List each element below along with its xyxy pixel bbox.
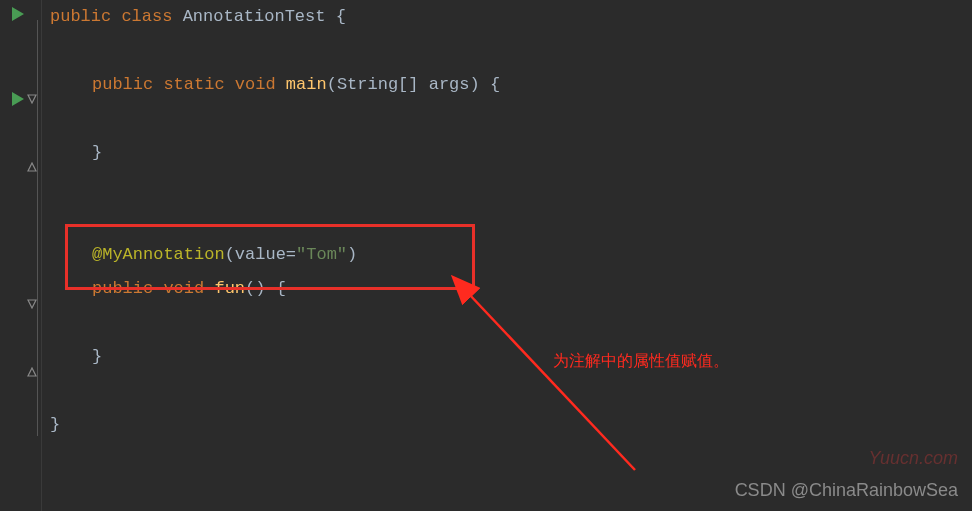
brace: { bbox=[265, 279, 285, 298]
method-name: main bbox=[286, 75, 327, 94]
code-line: } bbox=[50, 340, 972, 374]
keyword: static bbox=[163, 75, 224, 94]
code-line: @MyAnnotation(value="Tom") bbox=[50, 238, 972, 272]
code-line: public class AnnotationTest { bbox=[50, 0, 972, 34]
code-line: public void fun() { bbox=[50, 272, 972, 306]
class-name: AnnotationTest bbox=[183, 7, 326, 26]
code-line-blank bbox=[50, 306, 972, 340]
paren: ( bbox=[327, 75, 337, 94]
keyword: void bbox=[235, 75, 276, 94]
watermark-csdn: CSDN @ChinaRainbowSea bbox=[735, 480, 958, 501]
keyword: public bbox=[50, 7, 111, 26]
code-line-blank bbox=[50, 34, 972, 68]
run-method-icon[interactable] bbox=[12, 92, 24, 111]
parens: () bbox=[245, 279, 265, 298]
run-class-icon[interactable] bbox=[12, 7, 24, 26]
param-name: value bbox=[235, 245, 286, 264]
equals: = bbox=[286, 245, 296, 264]
fold-end-icon[interactable] bbox=[27, 162, 37, 176]
annotation: @MyAnnotation bbox=[92, 245, 225, 264]
paren: ) bbox=[470, 75, 480, 94]
method-name: fun bbox=[214, 279, 245, 298]
brace: { bbox=[325, 7, 345, 26]
svg-marker-0 bbox=[12, 7, 24, 21]
code-line: } bbox=[50, 408, 972, 442]
code-editor: public class AnnotationTest { public sta… bbox=[0, 0, 972, 511]
watermark: Yuucn.com bbox=[869, 448, 958, 469]
brace: } bbox=[50, 415, 60, 434]
param-name: args bbox=[429, 75, 470, 94]
fold-icon-2[interactable] bbox=[27, 299, 37, 313]
annotation-label: 为注解中的属性值赋值。 bbox=[553, 351, 729, 372]
fold-icon[interactable] bbox=[27, 94, 37, 108]
keyword: class bbox=[121, 7, 172, 26]
editor-gutter bbox=[0, 0, 42, 511]
string-literal: "Tom" bbox=[296, 245, 347, 264]
brace: } bbox=[92, 143, 102, 162]
fold-line bbox=[37, 20, 38, 436]
code-line-blank bbox=[50, 204, 972, 238]
brace: } bbox=[92, 347, 102, 366]
type: String bbox=[337, 75, 398, 94]
code-area[interactable]: public class AnnotationTest { public sta… bbox=[42, 0, 972, 511]
keyword: public bbox=[92, 75, 153, 94]
code-line-blank bbox=[50, 374, 972, 408]
code-line: public static void main(String[] args) { bbox=[50, 68, 972, 102]
code-line-blank bbox=[50, 102, 972, 136]
code-line-blank bbox=[50, 170, 972, 204]
code-line: } bbox=[50, 136, 972, 170]
keyword: void bbox=[163, 279, 204, 298]
brackets: [] bbox=[398, 75, 429, 94]
paren: ( bbox=[225, 245, 235, 264]
paren: ) bbox=[347, 245, 357, 264]
fold-end-icon-2[interactable] bbox=[27, 367, 37, 381]
svg-marker-1 bbox=[12, 92, 24, 106]
keyword: public bbox=[92, 279, 153, 298]
brace: { bbox=[480, 75, 500, 94]
